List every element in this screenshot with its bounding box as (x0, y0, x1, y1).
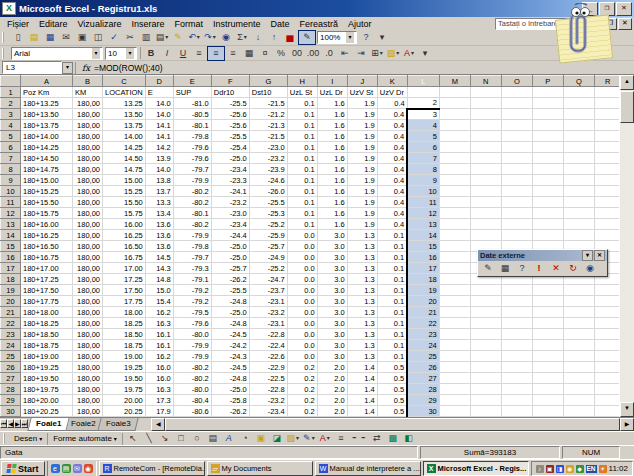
cell[interactable]: 0.1 (377, 340, 407, 351)
cell[interactable]: 15.4 (145, 296, 173, 307)
cell[interactable] (563, 285, 594, 296)
cell[interactable]: 0.5 (377, 362, 407, 373)
cell[interactable]: UzV St (347, 87, 377, 98)
edit-query-icon[interactable]: ✎ (480, 262, 496, 275)
cell[interactable]: 180+17.25 (21, 274, 73, 285)
cell[interactable]: 17 (407, 263, 439, 274)
cell[interactable]: 14.0 (145, 164, 173, 175)
cell[interactable]: -25.7 (249, 241, 287, 252)
cell[interactable]: 180,00 (73, 131, 103, 142)
cell[interactable]: 1.6 (317, 120, 347, 131)
cell[interactable]: -80.6 (173, 406, 211, 417)
next-sheet-icon[interactable]: ▶ (14, 419, 21, 428)
insert-function-icon[interactable]: fx (82, 63, 90, 73)
cell[interactable]: -24.3 (211, 351, 249, 362)
cell[interactable]: 1.9 (347, 175, 377, 186)
cell[interactable] (594, 362, 621, 373)
cell[interactable]: 0.1 (287, 142, 317, 153)
sort-descending-icon[interactable]: ↑ (266, 31, 282, 44)
messenger-icon[interactable]: ◉ (566, 465, 574, 473)
network-icon[interactable]: ◨ (556, 465, 564, 473)
cell[interactable]: 180+20.25 (21, 406, 73, 417)
cell[interactable]: 0.0 (287, 296, 317, 307)
new-document-icon[interactable]: ▯ (10, 31, 26, 44)
cell[interactable]: 16 (407, 252, 439, 263)
cell[interactable]: -24.5 (211, 362, 249, 373)
cell[interactable] (532, 340, 563, 351)
redo-icon[interactable]: ↷▾ (202, 31, 218, 44)
cell[interactable] (532, 384, 563, 395)
cell[interactable] (439, 230, 470, 241)
cell[interactable] (439, 307, 470, 318)
cell[interactable]: 180,00 (73, 307, 103, 318)
cell[interactable]: -25.9 (249, 230, 287, 241)
row-header-18[interactable]: 18 (1, 274, 21, 285)
cell[interactable]: 25 (407, 351, 439, 362)
cell[interactable] (594, 98, 621, 109)
cell[interactable]: 180+18.50 (21, 329, 73, 340)
cell[interactable] (594, 395, 621, 406)
cell[interactable]: 0.4 (377, 142, 407, 153)
cell[interactable]: 0.1 (287, 186, 317, 197)
toolbar-grip[interactable] (2, 32, 7, 43)
cell[interactable]: 13.25 (103, 98, 146, 109)
cell[interactable] (501, 285, 532, 296)
cell[interactable]: -79.6 (173, 318, 211, 329)
cell[interactable]: 1.6 (317, 164, 347, 175)
cell[interactable] (439, 296, 470, 307)
cell[interactable]: 180+14.75 (21, 164, 73, 175)
cell[interactable]: -26.6 (211, 417, 249, 418)
horizontal-scrollbar[interactable]: ◀ ▶ (151, 418, 634, 431)
sheet-tab-foaie3[interactable]: Foaie3 (97, 418, 139, 431)
cell[interactable]: 1.6 (317, 186, 347, 197)
update-notification-icon[interactable]: ☀ (599, 465, 607, 473)
row-header-26[interactable]: 26 (1, 362, 21, 373)
language-indicator[interactable]: EN (586, 465, 597, 473)
cell[interactable]: 0.5 (377, 417, 407, 418)
cell[interactable]: -80.2 (173, 362, 211, 373)
bold-icon[interactable]: B (143, 47, 159, 60)
cell[interactable]: 0.1 (287, 153, 317, 164)
volume-icon[interactable]: ♪ (536, 465, 544, 473)
cell[interactable] (594, 109, 621, 120)
cell[interactable]: 1.4 (347, 406, 377, 417)
cell[interactable] (470, 296, 501, 307)
cell[interactable] (501, 153, 532, 164)
row-header-17[interactable]: 17 (1, 263, 21, 274)
cell[interactable]: 3.0 (317, 318, 347, 329)
cell[interactable]: -24.9 (249, 252, 287, 263)
cell[interactable] (439, 186, 470, 197)
cell[interactable] (501, 98, 532, 109)
cell[interactable] (532, 219, 563, 230)
cell[interactable]: -79.9 (173, 340, 211, 351)
cell[interactable] (563, 307, 594, 318)
cell[interactable]: UzL St (287, 87, 317, 98)
cell[interactable]: 1.6 (317, 219, 347, 230)
cell[interactable] (532, 395, 563, 406)
toolbar-grip[interactable] (2, 48, 7, 59)
cell[interactable] (563, 109, 594, 120)
cell[interactable]: 12 (407, 208, 439, 219)
cell[interactable] (594, 142, 621, 153)
cell[interactable]: -25.6 (211, 109, 249, 120)
cell[interactable]: 0.0 (287, 230, 317, 241)
cell[interactable] (501, 406, 532, 417)
cell[interactable]: -21.5 (249, 131, 287, 142)
cell[interactable]: 0.1 (377, 329, 407, 340)
cell[interactable]: 0.2 (287, 417, 317, 418)
cell[interactable]: 16.0 (145, 362, 173, 373)
taskbar-task[interactable]: WManual de interpretere a ... (315, 461, 421, 476)
cell[interactable] (501, 219, 532, 230)
cell[interactable]: 1.9 (347, 120, 377, 131)
cell[interactable]: 1.3 (347, 307, 377, 318)
cell[interactable]: 1.6 (317, 142, 347, 153)
cell[interactable] (594, 384, 621, 395)
refresh-all-icon[interactable]: ↻ (565, 262, 581, 275)
cell[interactable]: 0.0 (287, 329, 317, 340)
cell[interactable] (501, 296, 532, 307)
cell[interactable]: 14.8 (145, 274, 173, 285)
comma-style-icon[interactable]: 00 (289, 47, 305, 60)
cell[interactable] (563, 373, 594, 384)
cell[interactable] (594, 373, 621, 384)
borders-icon[interactable]: ⊞▾ (369, 47, 385, 60)
